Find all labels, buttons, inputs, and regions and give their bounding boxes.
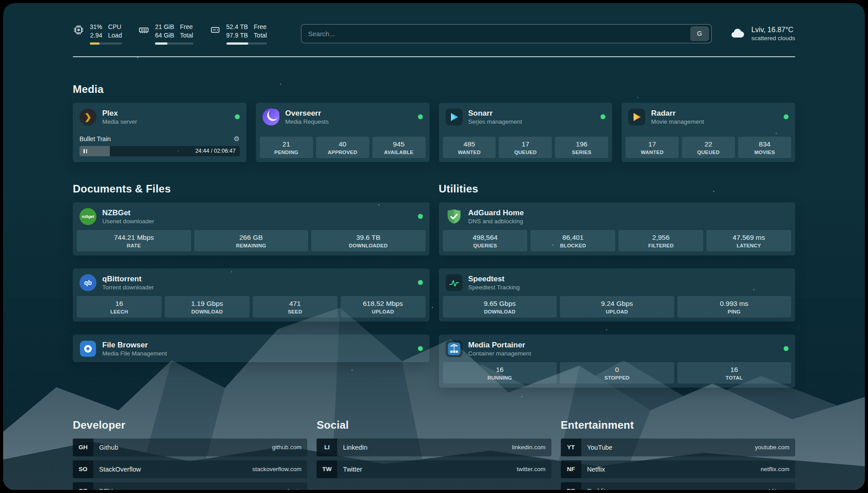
stat-approved: 40 APPROVED [316,137,369,158]
bookmark-name: Netflix [587,466,605,473]
bookmark-name: YouTube [587,444,613,451]
status-dot [418,280,423,285]
bookmark-url: github.com [272,444,301,451]
service-card-adguard[interactable]: AdGuard Home DNS and adblocking 498,564 … [439,202,796,255]
memory-progress-bar [155,42,193,45]
disk-progress-fill [226,42,248,45]
cpu-progress-fill [90,42,100,45]
service-desc: Movie management [651,118,704,125]
cpu-icon [73,23,85,45]
service-card-qbittorrent[interactable]: qb qBittorrent Torrent downloader [73,268,430,322]
stat-download: 1.19 Gbps DOWNLOAD [165,296,250,318]
stat-value: 40 [318,140,367,148]
playback-time: 24:44 / 02:06:47 [195,148,235,154]
bookmark-abbr: GH [73,439,93,456]
playback-progress-bar[interactable]: 24:44 / 02:06:47 [79,146,240,156]
stat-ping: 0.993 ms PING [677,296,792,318]
stat-wanted: 17 WANTED [626,137,679,158]
cpu-usage-widget: 31% 2.94 CPU Load [73,23,122,45]
stat-filtered: 2,956 FILTERED [618,230,703,251]
stat-wanted: 485 WANTED [443,137,496,158]
bookmark-abbr: RE [561,482,581,490]
stat-label: SEED [255,309,336,314]
search-input[interactable] [308,30,690,38]
service-desc: Container management [468,350,531,357]
stat-running: 16 RUNNING [443,362,557,384]
section-title-utilities: Utilities [439,183,796,195]
sonarr-icon [446,109,463,125]
stat-value: 1.19 Gbps [167,300,248,308]
stat-label: WANTED [627,150,677,155]
stat-queries: 498,564 QUERIES [443,230,528,251]
bookmark-abbr: SO [73,460,93,478]
bookmark-github[interactable]: GH Github github.com [73,439,307,456]
stat-value: 744.21 Mbps [79,234,189,242]
qbittorrent-icon: qb [79,274,96,291]
stat-value: 266 GB [196,234,307,242]
bookmark-stackoverflow[interactable]: SO StackOverflow stackoverflow.com [73,460,307,478]
service-desc: Torrent downloader [102,284,154,291]
service-name: File Browser [102,340,167,350]
stat-value: 86,401 [532,234,613,242]
stat-value: 16 [679,366,790,374]
service-card-overseerr[interactable]: Overseerr Media Requests 21 PENDING [256,103,430,162]
stat-value: 9.24 Gbps [562,300,672,308]
status-dot [418,114,423,119]
bookmark-linkedin[interactable]: LI LinkedIn linkedin.com [317,439,551,456]
stat-movies: 834 MOVIES [738,137,791,158]
service-name: Overseerr [285,109,329,118]
service-card-speedtest[interactable]: Speedtest Speedtest Tracking 9.65 Gbps D… [439,268,796,322]
stat-remaining: 266 GB REMAINING [194,230,309,251]
stat-label: FILTERED [620,243,701,248]
bookmark-group-social: Social LI LinkedIn linkedin.com TW Twitt… [317,419,551,490]
service-card-portainer[interactable]: Media Portainer Container management 16 … [439,334,796,388]
service-card-nzbget[interactable]: nzbget NZBGet Usenet downloader [73,202,430,255]
service-card-plex[interactable]: ❯ Plex Media server Bullet Train ⚙ [73,103,246,162]
filebrowser-icon [79,340,96,357]
disk-free-label: Free [254,23,267,31]
bookmark-abbr: YT [561,439,581,456]
service-card-filebrowser[interactable]: File Browser Media File Management [73,334,430,362]
stat-label: DOWNLOADED [313,243,424,248]
stat-leech: 16 LEECH [77,296,162,318]
bookmark-reddit[interactable]: RE Reddit reddit.com [561,482,795,490]
bookmark-abbr: LI [317,439,337,456]
stat-value: 17 [501,140,550,148]
service-name: qBittorrent [102,274,154,284]
stat-rate: 744.21 Mbps RATE [77,230,191,251]
stat-label: APPROVED [318,150,367,155]
stat-label: LEECH [79,309,160,314]
stat-label: PENDING [262,150,311,155]
service-desc: Usenet downloader [102,218,154,225]
stat-blocked: 86,401 BLOCKED [530,230,615,251]
bookmark-dev[interactable]: DT DEV dev.to [73,482,307,490]
memory-readout: 21 GiB 64 GiB Free Total [155,23,193,45]
service-name: AdGuard Home [468,208,524,217]
section-title-social: Social [317,419,551,431]
gear-icon[interactable]: ⚙ [234,135,239,142]
search-bar: G [301,24,712,43]
bookmark-name: StackOverflow [99,466,141,473]
cpu-usage-value: 31% [90,23,102,31]
bookmark-name: Github [99,444,118,451]
bookmark-youtube[interactable]: YT YouTube youtube.com [561,439,795,456]
service-card-radarr[interactable]: Radarr Movie management 17 WANTED 2 [622,103,795,162]
stat-value: 0 [562,366,672,374]
bookmark-netflix[interactable]: NF Netflix netflix.com [561,460,795,478]
stat-value: 196 [557,140,606,148]
service-desc: DNS and adblocking [468,218,524,225]
disk-total-value: 97.9 TB [226,31,248,40]
search-provider-button[interactable]: G [690,26,709,41]
stat-upload: 9.24 Gbps UPLOAD [560,296,674,318]
stat-label: QUEUED [501,150,550,155]
weather-widget: Lviv, 16.87°C scattered clouds [730,25,795,42]
status-dot [418,346,423,351]
stat-value: 17 [627,140,677,148]
bookmark-twitter[interactable]: TW Twitter twitter.com [317,460,551,478]
pause-icon[interactable] [83,149,87,153]
bookmark-url: dev.to [286,488,302,490]
service-card-sonarr[interactable]: Sonarr Series management 485 WANTED [439,103,613,162]
adguard-icon [446,208,463,225]
stat-label: QUERIES [445,243,526,248]
service-name: NZBGet [102,208,154,217]
